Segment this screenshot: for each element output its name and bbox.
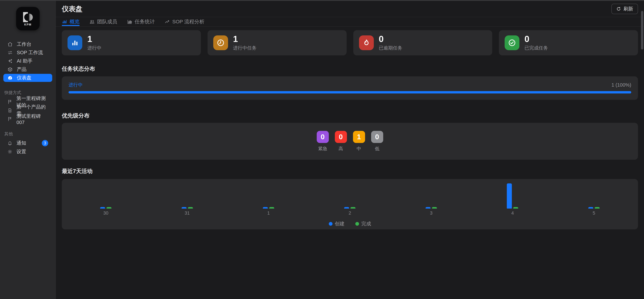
stat-text: 1 进行中: [87, 34, 102, 51]
priority-count-box: 0: [317, 131, 329, 143]
stat-label: 已逾期任务: [379, 45, 402, 51]
gauge-icon: [8, 75, 13, 80]
tab-label: SOP 流程分析: [172, 18, 204, 25]
stat-value: 0: [524, 34, 548, 44]
sidebar-item-products[interactable]: 产品: [3, 65, 52, 73]
home-icon: [8, 42, 13, 47]
stat-card-completed-tasks: 0 已完成任务: [499, 30, 638, 55]
tab-label: 团队成员: [97, 18, 117, 25]
priority-count-box: 0: [335, 131, 347, 143]
shortcut-item-milestone-007[interactable]: 测试里程碑007: [3, 115, 52, 123]
priority-label: 紧急: [318, 146, 327, 152]
tab-task-stats[interactable]: 任务统计: [127, 17, 155, 26]
sidebar-item-label: 产品: [17, 66, 26, 73]
stat-label: 进行中任务: [233, 45, 256, 51]
priority-item-high: 0 高: [335, 131, 347, 152]
cube-icon: [8, 67, 13, 72]
sidebar-item-label: SOP 工作流: [17, 49, 43, 56]
sidebar-nav: 工作台 SOP 工作流 AI 助手 产品: [0, 40, 56, 82]
sidebar-item-dashboard[interactable]: 仪表盘: [3, 74, 52, 82]
tab-team-members[interactable]: 团队成员: [89, 17, 117, 26]
page-header: 仪表盘 刷新: [56, 1, 644, 17]
activity-chart-plot: [65, 183, 634, 209]
stat-label: 已完成任务: [524, 45, 548, 51]
bar-completed: [513, 207, 518, 209]
stat-value: 1: [87, 34, 102, 44]
status-distribution-card: 进行中 1 (100%): [62, 76, 638, 100]
tab-sop-analysis[interactable]: SOP 流程分析: [164, 17, 204, 26]
legend-dot-completed: [355, 222, 359, 226]
stat-value: 1: [233, 34, 256, 44]
section-title-priority: 优先级分布: [62, 112, 638, 119]
flag-icon: [8, 99, 12, 104]
bar-created: [588, 207, 593, 209]
bar-created: [263, 207, 268, 209]
refresh-button[interactable]: 刷新: [612, 4, 638, 14]
sidebar-item-label: 通知: [16, 140, 26, 146]
priority-item-low: 0 低: [371, 131, 383, 152]
check-circle-icon: [504, 35, 520, 50]
legend-label: 完成: [362, 221, 371, 227]
legend-item-created: 创建: [329, 221, 344, 227]
sidebar-item-label: 仪表盘: [17, 74, 32, 81]
x-axis-tick: 5: [586, 211, 602, 216]
logo-container: KPM: [0, 7, 56, 30]
task-stats-icon: [127, 19, 132, 24]
sidebar-item-label: 设置: [16, 148, 26, 155]
priority-count-box: 1: [353, 131, 365, 143]
bar-completed: [432, 207, 437, 209]
chart-day-group: [424, 183, 439, 209]
status-progress-bar: [68, 91, 631, 93]
bar-chart-icon: [68, 35, 82, 50]
bar-completed: [188, 207, 193, 209]
bar-chart-icon: [62, 19, 67, 24]
app-window: KPM 工作台 SOP 工作流 AI 助手 产品: [0, 0, 644, 299]
sidebar-other-section: 其他 通知 3 设置: [0, 131, 56, 156]
stat-card-in-progress-tasks: 1 进行中任务: [208, 30, 346, 55]
dashboard-tabs: 概览 团队成员 任务统计 SOP 流程分析: [56, 17, 644, 26]
legend-item-completed: 完成: [355, 221, 371, 227]
vertical-scrollbar[interactable]: [641, 11, 643, 49]
status-label: 进行中: [68, 82, 82, 88]
dashboard-content: 1 进行中 1 进行中任务: [56, 26, 644, 299]
bar-completed: [106, 207, 112, 209]
bar-created: [100, 207, 105, 209]
sidebar-item-ai-assistant[interactable]: AI 助手: [3, 57, 52, 65]
app-logo[interactable]: KPM: [16, 7, 40, 30]
notification-badge: 3: [42, 140, 48, 146]
legend-dot-created: [329, 222, 332, 226]
svg-text:KPM: KPM: [24, 23, 32, 26]
main-area: 仪表盘 刷新 概览 团队成员 任务统计 SOP 流程分析: [56, 1, 644, 299]
chart-day-group: [98, 183, 113, 209]
bar-created: [426, 207, 430, 209]
refresh-icon: [616, 6, 621, 11]
tab-overview[interactable]: 概览: [62, 17, 80, 26]
flag-icon: [8, 116, 12, 121]
stat-text: 0 已完成任务: [524, 34, 548, 51]
chart-day-group: [342, 183, 357, 209]
sidebar-item-sop-workflow[interactable]: SOP 工作流: [3, 49, 52, 57]
sidebar-item-notifications[interactable]: 通知 3: [3, 139, 52, 147]
bar-created: [507, 183, 512, 209]
x-axis-tick: 1: [261, 211, 276, 216]
sidebar-item-settings[interactable]: 设置: [3, 147, 52, 156]
sidebar-item-workbench[interactable]: 工作台: [3, 40, 52, 48]
x-axis-tick: 30: [98, 211, 113, 216]
priority-label: 高: [338, 146, 343, 152]
priority-distribution-card: 0 紧急 0 高 1 中 0 低: [62, 123, 638, 160]
stat-text: 1 进行中任务: [233, 34, 256, 51]
tab-label: 任务统计: [135, 18, 155, 25]
stat-value: 0: [379, 34, 402, 44]
x-axis-tick: 31: [180, 211, 195, 216]
sidebar: KPM 工作台 SOP 工作流 AI 助手 产品: [0, 1, 56, 299]
status-value: 1 (100%): [612, 82, 631, 88]
priority-label: 低: [375, 146, 379, 152]
status-row: 进行中 1 (100%): [68, 82, 631, 88]
sidebar-shortcuts-section: 快捷方式 第一里程碑测试的 第一个产品的需... 测试里程碑007: [0, 90, 56, 123]
chart-day-group: [505, 183, 520, 209]
chart-day-group: [261, 183, 276, 209]
clock-icon: [213, 35, 228, 50]
trend-icon: [164, 19, 170, 24]
priority-item-urgent: 0 紧急: [317, 131, 329, 152]
priority-item-medium: 1 中: [353, 131, 365, 152]
